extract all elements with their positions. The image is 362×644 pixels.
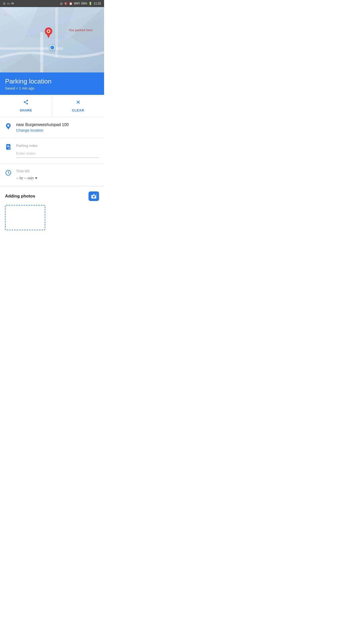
chevron-down-icon: ▾ bbox=[35, 176, 37, 180]
svg-rect-22 bbox=[7, 146, 9, 146]
info-banner: Parking location Saved < 1 min ago bbox=[0, 72, 104, 95]
time-label: Time left bbox=[16, 169, 99, 173]
parking-pin: You parked here bbox=[44, 27, 93, 38]
notes-label: Parking notes bbox=[16, 144, 99, 148]
time-icon bbox=[5, 170, 12, 176]
svg-point-28 bbox=[93, 196, 95, 197]
location-detail-icon bbox=[5, 123, 12, 130]
time-content: Time left -- hr -- min ▾ bbox=[16, 169, 99, 180]
maps-icon: ⊙ bbox=[3, 2, 6, 5]
photos-title: Adding photos bbox=[5, 194, 35, 199]
back-button[interactable]: ← bbox=[4, 11, 9, 17]
pin-svg bbox=[44, 27, 53, 38]
location-icon: ◎ bbox=[60, 2, 63, 5]
svg-point-12 bbox=[24, 101, 25, 103]
svg-marker-29 bbox=[93, 194, 95, 195]
photo-placeholder[interactable] bbox=[5, 205, 45, 230]
wifi-icon: WiFi bbox=[74, 2, 80, 5]
status-left-icons: ⊙ ▭ ✉ bbox=[3, 2, 14, 5]
notes-input[interactable] bbox=[16, 150, 99, 158]
svg-point-13 bbox=[27, 103, 28, 105]
time-display: 11:32 bbox=[94, 2, 101, 5]
svg-marker-10 bbox=[47, 34, 51, 38]
svg-text:+: + bbox=[9, 148, 11, 150]
photos-header: Adding photos + bbox=[5, 191, 99, 201]
change-location-link[interactable]: Change location bbox=[16, 128, 99, 132]
status-right-icons: ◎ 🔇 ⏰ WiFi 59% 🔋 11:32 bbox=[60, 2, 101, 5]
screen-icon: ▭ bbox=[7, 2, 10, 5]
clear-label: CLEAR bbox=[72, 108, 84, 112]
parking-title: Parking location bbox=[5, 77, 99, 85]
time-picker[interactable]: -- hr -- min ▾ bbox=[16, 176, 99, 180]
location-content: near Burgerweeshuispad 100 Change locati… bbox=[16, 123, 99, 132]
svg-text:+: + bbox=[96, 193, 97, 195]
svg-marker-20 bbox=[7, 127, 10, 130]
address-text: near Burgerweeshuispad 100 bbox=[16, 123, 99, 127]
details-section: near Burgerweeshuispad 100 Change locati… bbox=[0, 117, 104, 186]
alarm-icon: ⏰ bbox=[69, 2, 73, 5]
pin-label: You parked here bbox=[69, 28, 93, 32]
svg-rect-23 bbox=[7, 146, 9, 147]
gmail-icon: ✉ bbox=[11, 2, 14, 5]
map-view[interactable]: ← You parked here bbox=[0, 7, 104, 72]
time-row: Time left -- hr -- min ▾ bbox=[0, 164, 104, 186]
clear-button[interactable]: CLEAR bbox=[52, 95, 104, 117]
status-bar: ⊙ ▭ ✉ ◎ 🔇 ⏰ WiFi 59% 🔋 11:32 bbox=[0, 0, 104, 7]
action-row: SHARE CLEAR bbox=[0, 95, 104, 117]
camera-icon: + bbox=[91, 193, 97, 199]
close-icon bbox=[75, 99, 81, 106]
svg-point-11 bbox=[27, 100, 28, 101]
mute-icon: 🔇 bbox=[64, 2, 68, 5]
notes-row: + Parking notes bbox=[0, 138, 104, 164]
add-photo-button[interactable]: + bbox=[88, 191, 99, 201]
svg-line-15 bbox=[25, 101, 27, 102]
battery-icon: 🔋 bbox=[88, 2, 92, 5]
battery-text: 59% bbox=[81, 2, 87, 5]
notes-content: Parking notes bbox=[16, 144, 99, 158]
current-location-dot bbox=[50, 45, 55, 50]
time-value: -- hr -- min bbox=[16, 176, 34, 180]
svg-point-9 bbox=[48, 30, 50, 32]
photos-section: Adding photos + bbox=[0, 186, 104, 233]
svg-point-19 bbox=[7, 125, 9, 127]
map-background bbox=[0, 7, 104, 72]
saved-time: Saved < 1 min ago bbox=[5, 86, 99, 90]
location-row: near Burgerweeshuispad 100 Change locati… bbox=[0, 117, 104, 138]
svg-line-14 bbox=[25, 102, 27, 103]
share-icon bbox=[23, 99, 29, 106]
share-label: SHARE bbox=[20, 108, 32, 112]
notes-icon: + bbox=[5, 144, 12, 151]
share-button[interactable]: SHARE bbox=[0, 95, 52, 117]
